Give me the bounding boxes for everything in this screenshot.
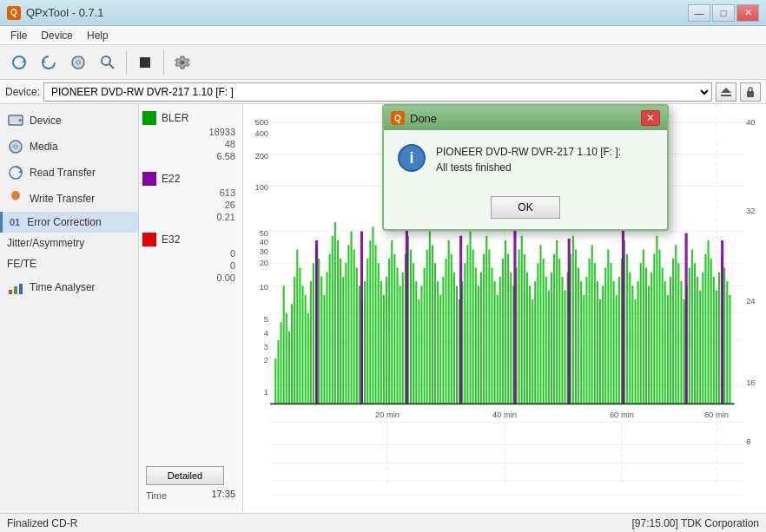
modal-titlebar: Q Done ✕ [384, 106, 667, 130]
modal-message-line2: All tests finished [436, 160, 621, 175]
modal-message: PIONEER DVD-RW DVR-217 1.10 [F: ]: All t… [436, 144, 621, 175]
modal-app-icon: Q [391, 111, 405, 125]
modal-overlay: Q Done ✕ i PIONEER DVD-RW DVR-217 1.10 [… [0, 0, 766, 532]
ok-button[interactable]: OK [491, 196, 560, 219]
modal-footer: OK [384, 189, 667, 229]
info-icon: i [398, 144, 426, 172]
modal-title-label: Done [410, 112, 437, 125]
modal-title: Q Done [391, 111, 437, 125]
done-dialog: Q Done ✕ i PIONEER DVD-RW DVR-217 1.10 [… [382, 104, 669, 231]
modal-body: i PIONEER DVD-RW DVR-217 1.10 [F: ]: All… [384, 130, 667, 189]
modal-close-button[interactable]: ✕ [641, 110, 660, 126]
modal-message-line1: PIONEER DVD-RW DVR-217 1.10 [F: ]: [436, 144, 621, 160]
